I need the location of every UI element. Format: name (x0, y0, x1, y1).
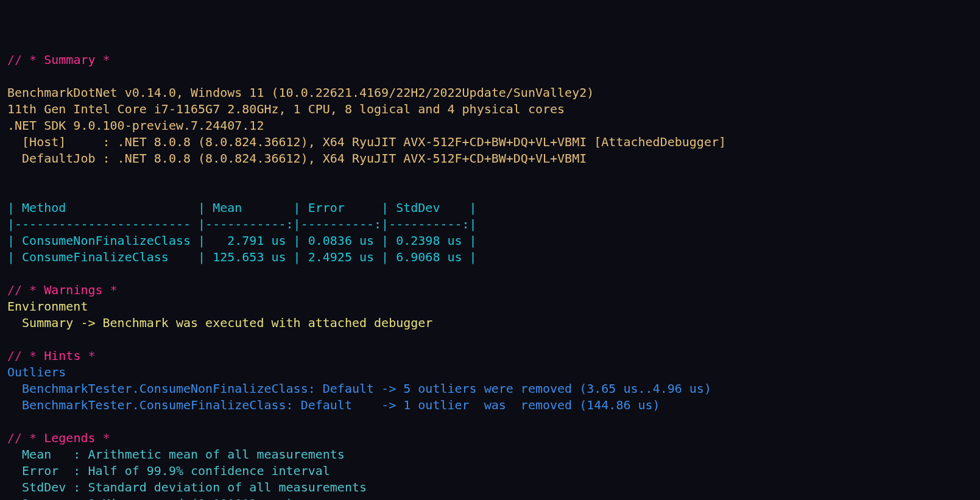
warning-category: Environment (7, 299, 88, 314)
hint-category: Outliers (7, 365, 66, 379)
hint-line: BenchmarkTester.ConsumeNonFinalizeClass:… (7, 381, 711, 396)
section-marker: // * (7, 348, 44, 363)
table-row: | ConsumeNonFinalizeClass | 2.791 us | 0… (7, 233, 477, 248)
legend-line: Error : Half of 99.9% confidence interva… (7, 463, 330, 478)
section-title-legends: Legends (44, 431, 95, 445)
table-row: | ConsumeFinalizeClass | 125.653 us | 2.… (7, 250, 477, 264)
section-title-hints: Hints (44, 348, 80, 363)
section-title-warnings: Warnings (44, 283, 102, 297)
env-line-4: [Host] : .NET 8.0.8 (8.0.824.36612), X64… (7, 135, 726, 149)
section-marker: // * (7, 283, 44, 297)
env-line-5: DefaultJob : .NET 8.0.8 (8.0.824.36612),… (7, 151, 587, 166)
legend-line: Mean : Arithmetic mean of all measuremen… (7, 447, 345, 462)
table-divider-row: |------------------------ |-----------:|… (7, 217, 477, 231)
env-line-2: 11th Gen Intel Core i7-1165G7 2.80GHz, 1… (7, 102, 565, 116)
warning-line: Summary -> Benchmark was executed with a… (7, 315, 432, 330)
table-header-row: | Method | Mean | Error | StdDev | (7, 200, 477, 215)
terminal-output: // * Summary * BenchmarkDotNet v0.14.0, … (0, 33, 980, 500)
section-title-summary: Summary (44, 52, 95, 67)
env-line-1: BenchmarkDotNet v0.14.0, Windows 11 (10.… (7, 85, 594, 100)
env-line-3: .NET SDK 9.0.100-preview.7.24407.12 (7, 118, 264, 133)
legend-line: 1 us : 1 Microsecond (0.000001 sec) (7, 496, 294, 500)
section-marker: // * (7, 431, 44, 445)
section-marker: // * (7, 52, 44, 67)
legend-line: StdDev : Standard deviation of all measu… (7, 480, 367, 495)
hint-line: BenchmarkTester.ConsumeFinalizeClass: De… (7, 398, 660, 412)
